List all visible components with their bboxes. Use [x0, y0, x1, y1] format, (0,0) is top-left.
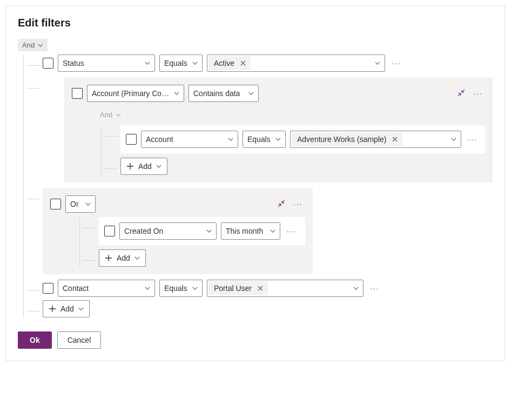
operator-label: Equals	[164, 59, 187, 67]
operator-dropdown[interactable]: Contains data	[188, 85, 259, 102]
add-label: Add	[138, 162, 152, 171]
chevron-down-icon	[116, 112, 121, 118]
chevron-down-icon	[174, 91, 179, 96]
field-label: Contact	[63, 284, 89, 293]
more-icon[interactable]: ···	[389, 59, 403, 67]
operator-dropdown[interactable]: Equals	[242, 131, 286, 148]
operator-label: Equals	[247, 135, 271, 144]
collapse-icon[interactable]	[277, 199, 287, 209]
value-tag: Portal User	[208, 281, 268, 295]
more-icon[interactable]: ···	[466, 135, 480, 144]
root-add-row: Add	[26, 300, 493, 317]
inner-operator-dropdown[interactable]: And	[96, 109, 125, 121]
plus-icon	[126, 162, 134, 170]
row-checkbox[interactable]	[43, 283, 53, 294]
operator-dropdown[interactable]: Equals	[159, 280, 203, 297]
filter-row-status: Status Equals Active ···	[26, 55, 493, 72]
value-tag: Adventure Works (sample)	[292, 132, 402, 146]
close-icon[interactable]	[392, 136, 399, 143]
root-operator-label: And	[22, 41, 35, 49]
chevron-down-icon	[353, 286, 359, 291]
value-input[interactable]: Active	[207, 55, 385, 72]
add-label: Add	[117, 254, 130, 262]
more-icon[interactable]: ···	[285, 227, 299, 235]
more-icon[interactable]: ···	[471, 89, 485, 98]
close-icon[interactable]	[240, 59, 247, 67]
ok-button[interactable]: Ok	[18, 331, 52, 349]
edit-filters-panel: Edit filters And Status Equals	[5, 5, 505, 361]
group-operator-label: Or	[70, 200, 79, 208]
chevron-down-icon	[145, 286, 150, 291]
chevron-down-icon	[85, 201, 91, 207]
row-checkbox[interactable]	[72, 88, 83, 99]
add-label: Add	[60, 304, 74, 313]
chevron-down-icon	[78, 306, 84, 311]
row-checkbox[interactable]	[50, 199, 61, 209]
row-checkbox[interactable]	[43, 58, 53, 69]
field-label: Account	[146, 135, 173, 144]
root-operator-dropdown[interactable]: And	[18, 39, 48, 51]
operator-label: This month	[226, 227, 263, 235]
page-title: Edit filters	[18, 17, 493, 29]
tree-line	[23, 55, 24, 317]
field-dropdown[interactable]: Created On	[119, 222, 217, 240]
add-button[interactable]: Add	[120, 158, 167, 175]
filter-group-or: Or ···	[26, 188, 493, 274]
close-icon[interactable]	[257, 284, 265, 292]
chevron-down-icon	[38, 43, 43, 48]
field-label: Status	[63, 59, 84, 67]
chevron-down-icon	[192, 60, 198, 66]
value-input[interactable]: Adventure Works (sample)	[290, 131, 461, 148]
plus-icon	[105, 254, 112, 262]
row-checkbox[interactable]	[104, 226, 115, 236]
more-icon[interactable]: ···	[291, 200, 305, 208]
operator-label: Equals	[164, 284, 187, 293]
value-input[interactable]: Portal User	[207, 280, 363, 297]
add-button[interactable]: Add	[43, 300, 90, 317]
chevron-down-icon	[134, 255, 140, 261]
chevron-down-icon	[145, 60, 150, 66]
filter-row-contact: Contact Equals Portal User ···	[26, 280, 493, 297]
chevron-down-icon	[375, 60, 380, 66]
field-dropdown[interactable]: Account (Primary Cont...	[87, 85, 184, 102]
row-checkbox[interactable]	[126, 134, 137, 145]
chevron-down-icon	[206, 228, 212, 234]
field-label: Account (Primary Cont...	[92, 89, 170, 98]
chevron-down-icon	[192, 286, 198, 291]
operator-dropdown[interactable]: This month	[221, 222, 280, 240]
tag-label: Active	[214, 59, 234, 67]
plus-icon	[49, 305, 56, 313]
tag-label: Adventure Works (sample)	[297, 135, 386, 144]
chevron-down-icon	[451, 137, 456, 142]
value-tag: Active	[208, 56, 251, 70]
cancel-button[interactable]: Cancel	[57, 331, 102, 349]
field-dropdown[interactable]: Status	[58, 55, 155, 72]
chevron-down-icon	[228, 137, 233, 142]
field-dropdown[interactable]: Contact	[58, 280, 155, 297]
operator-label: Contains data	[193, 89, 240, 98]
chevron-down-icon	[248, 91, 254, 96]
footer-actions: Ok Cancel	[18, 331, 493, 349]
field-dropdown[interactable]: Account	[141, 131, 238, 148]
inner-operator-label: And	[100, 111, 112, 119]
tag-label: Portal User	[214, 284, 252, 293]
field-label: Created On	[124, 227, 163, 235]
chevron-down-icon	[156, 164, 161, 169]
more-icon[interactable]: ···	[368, 284, 382, 293]
group-operator-dropdown[interactable]: Or	[65, 195, 96, 213]
filter-group-account-primary: Account (Primary Cont... Contains data ·…	[26, 77, 493, 182]
chevron-down-icon	[270, 228, 275, 234]
operator-dropdown[interactable]: Equals	[159, 55, 203, 72]
chevron-down-icon	[275, 137, 281, 142]
add-button[interactable]: Add	[99, 249, 146, 267]
collapse-icon[interactable]	[457, 89, 467, 98]
filter-tree: Status Equals Active ···	[18, 55, 493, 317]
